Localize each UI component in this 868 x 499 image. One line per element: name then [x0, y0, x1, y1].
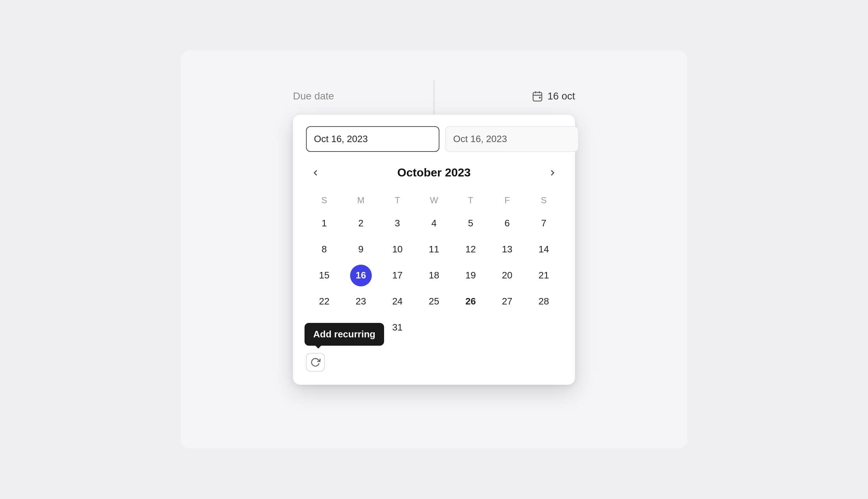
cal-day-13[interactable]: 13 [489, 237, 526, 262]
calendar-bottom: Add recurring [306, 347, 562, 372]
cal-day-6[interactable]: 6 [489, 211, 526, 236]
cal-day-11[interactable]: 11 [416, 237, 452, 262]
cal-empty-3 [489, 315, 526, 340]
cal-day-31[interactable]: 31 [379, 315, 416, 340]
cal-empty-2 [452, 315, 489, 340]
refresh-icon [310, 357, 320, 367]
cal-day-8[interactable]: 8 [306, 237, 342, 262]
cal-empty-4 [526, 315, 562, 340]
cal-day-15[interactable]: 15 [306, 263, 342, 288]
cal-day-17[interactable]: 17 [379, 263, 416, 288]
day-header-wed: W [416, 192, 452, 208]
day-header-mon: M [342, 192, 379, 208]
day-header-tue: T [379, 192, 416, 208]
cal-day-25[interactable]: 25 [416, 289, 452, 314]
calendar-popup: October 2023 S M T W T F S 1 2 3 4 5 6 7… [293, 115, 575, 385]
cal-day-4[interactable]: 4 [416, 211, 452, 236]
month-title: October 2023 [397, 166, 471, 179]
cal-day-5[interactable]: 5 [452, 211, 489, 236]
cal-day-21[interactable]: 21 [526, 263, 562, 288]
cal-day-2[interactable]: 2 [342, 211, 379, 236]
cal-day-30[interactable]: 30 [342, 315, 379, 340]
start-date-input[interactable] [306, 126, 439, 152]
cal-day-20[interactable]: 20 [489, 263, 526, 288]
add-recurring-button[interactable] [306, 353, 325, 372]
cal-day-16[interactable]: 16 [350, 265, 372, 286]
svg-rect-0 [533, 92, 542, 101]
due-date-value: 16 oct [531, 90, 575, 103]
cal-day-29[interactable]: 29 [306, 315, 342, 340]
date-inputs [306, 126, 562, 152]
cal-day-28[interactable]: 28 [526, 289, 562, 314]
day-header-thu: T [452, 192, 489, 208]
cal-day-24[interactable]: 24 [379, 289, 416, 314]
due-date-label: Due date [293, 90, 334, 102]
day-header-sun: S [306, 192, 342, 208]
cal-day-18[interactable]: 18 [416, 263, 452, 288]
cal-day-26[interactable]: 26 [452, 289, 489, 314]
calendar-grid: 1 2 3 4 5 6 7 8 9 10 11 12 13 14 15 16 1… [306, 211, 562, 340]
prev-month-button[interactable] [306, 163, 325, 182]
cal-day-9[interactable]: 9 [342, 237, 379, 262]
cal-day-10[interactable]: 10 [379, 237, 416, 262]
calendar-header: October 2023 [306, 163, 562, 182]
cal-day-19[interactable]: 19 [452, 263, 489, 288]
next-month-button[interactable] [543, 163, 562, 182]
end-date-input[interactable] [445, 126, 579, 152]
cal-day-23[interactable]: 23 [342, 289, 379, 314]
calendar-add-icon [531, 90, 544, 103]
cal-day-1[interactable]: 1 [306, 211, 342, 236]
day-header-sat: S [526, 192, 562, 208]
cal-day-14[interactable]: 14 [526, 237, 562, 262]
due-date-text: 16 oct [548, 90, 575, 102]
cal-empty-1 [416, 315, 452, 340]
cal-day-12[interactable]: 12 [452, 237, 489, 262]
day-headers: S M T W T F S [306, 192, 562, 208]
cal-day-7[interactable]: 7 [526, 211, 562, 236]
cal-day-27[interactable]: 27 [489, 289, 526, 314]
day-header-fri: F [489, 192, 526, 208]
cal-day-22[interactable]: 22 [306, 289, 342, 314]
cal-day-3[interactable]: 3 [379, 211, 416, 236]
